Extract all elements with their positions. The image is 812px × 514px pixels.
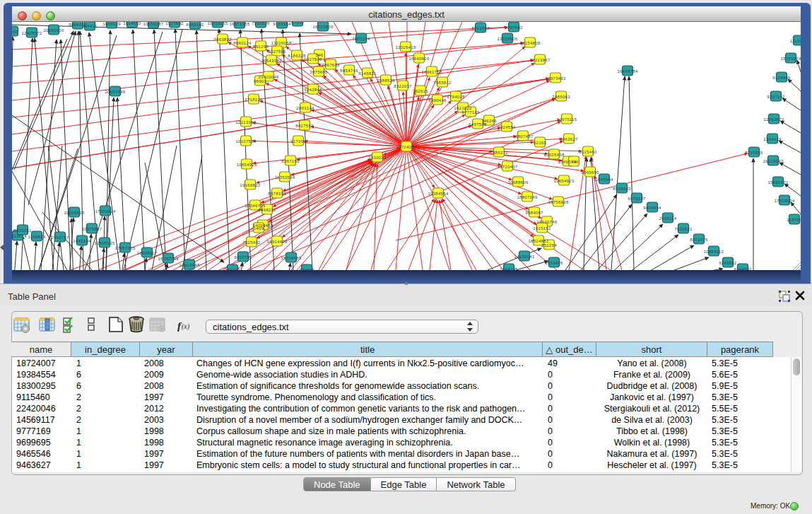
svg-text:6679197: 6679197 — [628, 197, 646, 201]
svg-text:16648784: 16648784 — [617, 69, 637, 74]
svg-text:8466160: 8466160 — [186, 23, 204, 27]
svg-text:12405572: 12405572 — [21, 31, 42, 35]
svg-text:1615152: 1615152 — [533, 226, 551, 230]
svg-text:20053346: 20053346 — [105, 90, 125, 94]
svg-text:8427552: 8427552 — [295, 124, 314, 128]
svg-text:2087682: 2087682 — [505, 25, 523, 30]
svg-text:891295: 891295 — [253, 45, 269, 49]
svg-text:10654112: 10654112 — [704, 250, 724, 254]
svg-text:9129966: 9129966 — [772, 76, 791, 80]
svg-text:7515526: 7515526 — [252, 22, 270, 25]
svg-text:16671355: 16671355 — [229, 22, 249, 26]
svg-text:1409: 1409 — [254, 226, 264, 230]
svg-text:10807487: 10807487 — [512, 134, 533, 139]
svg-text:18807249: 18807249 — [517, 195, 537, 199]
svg-text:1065329: 1065329 — [102, 22, 121, 26]
svg-text:16782759: 16782759 — [158, 257, 178, 261]
svg-text:9115460: 9115460 — [579, 150, 596, 154]
svg-text:3824594: 3824594 — [498, 125, 516, 129]
svg-text:19166822: 19166822 — [240, 183, 260, 187]
svg-text:8813054: 8813054 — [471, 26, 490, 30]
svg-text:15751074: 15751074 — [780, 57, 801, 61]
svg-text:12975115: 12975115 — [557, 117, 577, 122]
svg-text:12923448: 12923448 — [179, 263, 199, 267]
svg-text:1640954: 1640954 — [595, 177, 613, 182]
svg-text:8454749: 8454749 — [340, 69, 358, 73]
svg-text:8938923: 8938923 — [613, 187, 631, 191]
svg-text:16033809: 16033809 — [312, 25, 333, 29]
svg-text:87211: 87211 — [291, 22, 304, 24]
svg-text:8660124: 8660124 — [233, 41, 252, 45]
svg-text:16961758: 16961758 — [421, 70, 442, 74]
svg-text:8267150: 8267150 — [281, 159, 300, 163]
svg-text:15716485: 15716485 — [281, 256, 301, 260]
svg-text:10653287: 10653287 — [143, 22, 163, 26]
svg-text:2935114: 2935114 — [659, 216, 676, 221]
svg-text:2718126: 2718126 — [245, 98, 263, 102]
svg-text:16543382: 16543382 — [261, 59, 281, 63]
svg-text:16120746: 16120746 — [536, 220, 557, 224]
svg-text:9327506: 9327506 — [268, 49, 286, 54]
svg-text:1156829: 1156829 — [28, 235, 45, 239]
svg-text:10958117: 10958117 — [137, 251, 158, 255]
svg-text:14136141: 14136141 — [514, 255, 534, 259]
svg-text:746266: 746266 — [481, 119, 497, 123]
svg-text:16640910: 16640910 — [408, 57, 429, 61]
svg-text:9245652: 9245652 — [719, 261, 737, 265]
svg-text:1733426: 1733426 — [545, 261, 563, 265]
svg-text:19654923: 19654923 — [553, 179, 574, 183]
svg-text:7625402: 7625402 — [242, 240, 261, 245]
svg-text:15720407: 15720407 — [497, 165, 517, 169]
svg-text:11353594: 11353594 — [275, 175, 295, 180]
svg-text:62160: 62160 — [534, 141, 547, 145]
svg-text:17016504: 17016504 — [774, 199, 794, 203]
svg-text:9699695: 9699695 — [581, 170, 599, 175]
svg-text:362615: 362615 — [413, 89, 428, 93]
svg-text:2942757: 2942757 — [51, 235, 69, 240]
svg-text:8186328: 8186328 — [288, 54, 306, 58]
svg-text:10719155: 10719155 — [207, 22, 228, 25]
svg-text:2588520: 2588520 — [377, 78, 395, 83]
svg-text:16154808: 16154808 — [519, 41, 540, 45]
svg-text:15692971: 15692971 — [767, 180, 788, 185]
svg-text:8935051: 8935051 — [13, 228, 32, 233]
svg-text:13226058: 13226058 — [271, 41, 291, 45]
svg-text:10973493: 10973493 — [545, 76, 565, 81]
svg-text:12093872: 12093872 — [763, 117, 784, 122]
svg-text:1645194: 1645194 — [73, 239, 91, 243]
svg-text:10654925: 10654925 — [236, 163, 257, 167]
svg-text:20691406: 20691406 — [43, 28, 64, 33]
svg-text:3875685: 3875685 — [310, 70, 328, 74]
svg-text:1014553: 1014553 — [123, 22, 141, 25]
svg-text:19756928: 19756928 — [548, 200, 568, 204]
svg-text:20206535: 20206535 — [64, 211, 84, 215]
svg-text:9327508: 9327508 — [304, 57, 322, 62]
svg-text:98903: 98903 — [254, 79, 267, 83]
svg-text:6794028: 6794028 — [447, 95, 465, 99]
svg-text:10025438: 10025438 — [543, 153, 564, 157]
svg-text:(x): (x) — [182, 322, 190, 331]
svg-text:12505135: 12505135 — [94, 241, 114, 245]
svg-text:1244419: 1244419 — [763, 137, 782, 141]
svg-text:1527602: 1527602 — [165, 22, 184, 25]
svg-text:764421: 764421 — [82, 24, 98, 28]
svg-text:16914479: 16914479 — [266, 240, 287, 244]
svg-text:10688609: 10688609 — [507, 180, 528, 185]
svg-text:9777169: 9777169 — [461, 110, 480, 115]
svg-text:13218506: 13218506 — [497, 37, 517, 41]
svg-text:44: 44 — [571, 160, 577, 164]
svg-text:2530023: 2530023 — [368, 156, 387, 160]
svg-text:8322037: 8322037 — [394, 84, 412, 88]
svg-text:6498222: 6498222 — [258, 208, 276, 212]
svg-text:17957255: 17957255 — [114, 246, 135, 250]
svg-text:17359924: 17359924 — [95, 209, 115, 214]
svg-text:7663822: 7663822 — [213, 37, 232, 42]
svg-text:12213369: 12213369 — [235, 120, 256, 124]
svg-text:9684067: 9684067 — [525, 211, 543, 215]
svg-text:13325419: 13325419 — [395, 45, 416, 49]
svg-text:9146821: 9146821 — [358, 71, 377, 76]
svg-text:917004: 917004 — [290, 139, 306, 144]
svg-text:18724007: 18724007 — [396, 145, 416, 149]
svg-text:116753: 116753 — [787, 218, 801, 222]
svg-text:9227342: 9227342 — [767, 95, 785, 99]
